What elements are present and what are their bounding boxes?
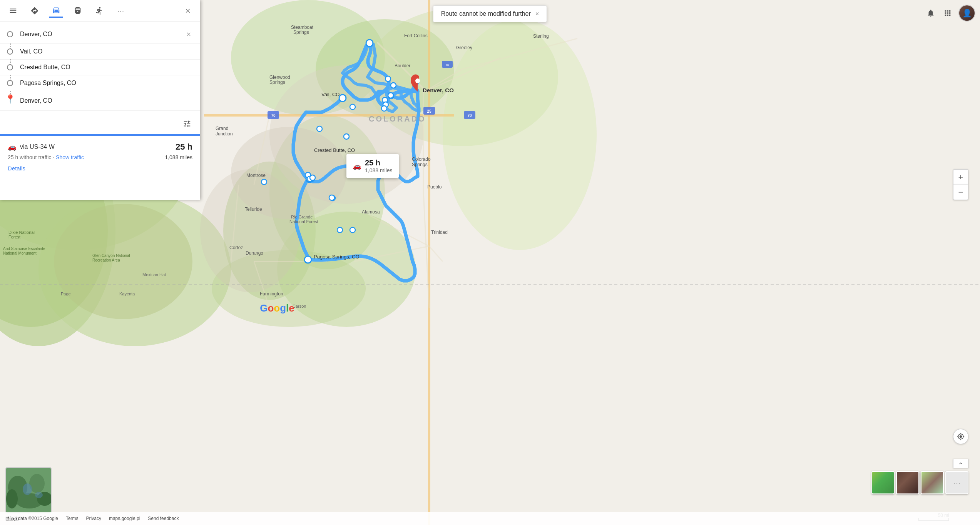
user-avatar[interactable]: 👤 bbox=[958, 5, 975, 22]
svg-point-63 bbox=[415, 78, 420, 83]
banner-text: Route cannot be modified further bbox=[441, 10, 531, 17]
waypoint-circle-3 bbox=[7, 64, 13, 70]
waypoint-circle-4 bbox=[7, 80, 13, 86]
avatar-image: 👤 bbox=[959, 5, 975, 21]
notifications-button[interactable] bbox=[924, 6, 938, 20]
svg-text:National Forest: National Forest bbox=[289, 219, 318, 224]
popup-time: 25 h bbox=[365, 158, 393, 167]
svg-text:Farmington: Farmington bbox=[260, 291, 283, 297]
waypoint-row-4 bbox=[0, 75, 200, 91]
waypoint-row-5: 📍 bbox=[0, 91, 200, 111]
waypoint-input-5[interactable] bbox=[20, 97, 194, 104]
svg-text:Mexican Hat: Mexican Hat bbox=[142, 272, 166, 277]
svg-point-44 bbox=[344, 134, 349, 139]
send-feedback-link[interactable]: Send feedback bbox=[148, 516, 179, 521]
svg-point-54 bbox=[350, 227, 355, 233]
expand-layers-button[interactable] bbox=[953, 459, 968, 468]
waypoint-row-1 bbox=[0, 25, 200, 44]
apps-button[interactable] bbox=[941, 6, 955, 20]
car-mode-button[interactable] bbox=[49, 4, 63, 18]
svg-point-42 bbox=[350, 104, 355, 110]
svg-text:Glenwood: Glenwood bbox=[269, 75, 290, 80]
zoom-out-button[interactable]: − bbox=[953, 185, 968, 200]
transport-mode-bar: ··· bbox=[0, 0, 200, 22]
svg-point-41 bbox=[339, 95, 346, 102]
more-layer-button[interactable]: ⋯ bbox=[945, 471, 968, 494]
svg-text:Steamboat: Steamboat bbox=[291, 25, 314, 30]
svg-text:National Monument: National Monument bbox=[3, 251, 37, 255]
waypoint-circle-1 bbox=[7, 31, 13, 37]
svg-point-16 bbox=[200, 169, 300, 292]
svg-text:Forest: Forest bbox=[8, 235, 20, 239]
svg-text:Trinidad: Trinidad bbox=[431, 230, 448, 235]
waypoint-dest-icon-5: 📍 bbox=[6, 95, 14, 107]
satellite-layer-button[interactable] bbox=[896, 471, 919, 494]
waypoint-input-3[interactable] bbox=[20, 64, 194, 71]
svg-text:Durango: Durango bbox=[246, 250, 263, 256]
menu-button[interactable] bbox=[6, 4, 20, 18]
privacy-link[interactable]: Privacy bbox=[86, 516, 101, 521]
svg-point-51 bbox=[310, 175, 315, 180]
svg-text:Page: Page bbox=[61, 292, 71, 296]
route-info-panel: 🚗 via US-34 W 25 h 25 h without traffic … bbox=[0, 136, 200, 178]
svg-text:Carson: Carson bbox=[293, 304, 306, 308]
route-options-button[interactable] bbox=[180, 117, 194, 131]
svg-point-49 bbox=[261, 179, 267, 185]
svg-point-111 bbox=[35, 492, 43, 498]
waypoint-icon-4 bbox=[6, 79, 14, 87]
svg-text:Glen Canyon National: Glen Canyon National bbox=[92, 253, 130, 258]
svg-text:Recreation Area: Recreation Area bbox=[92, 258, 120, 262]
without-traffic-text: 25 h without traffic bbox=[8, 154, 51, 160]
default-layer-button[interactable] bbox=[871, 471, 895, 494]
svg-text:Crested Butte, CO: Crested Butte, CO bbox=[314, 147, 355, 153]
svg-text:76: 76 bbox=[445, 63, 449, 67]
destination-pin-icon: 📍 bbox=[5, 95, 15, 103]
more-options-button[interactable]: ··· bbox=[114, 4, 128, 18]
svg-point-53 bbox=[337, 227, 343, 233]
directions-icon[interactable] bbox=[28, 4, 42, 18]
svg-text:25: 25 bbox=[427, 109, 431, 113]
transit-mode-button[interactable] bbox=[71, 4, 85, 18]
waypoint-circle-2 bbox=[7, 48, 13, 55]
route-via: 🚗 via US-34 W bbox=[8, 143, 55, 151]
banner-close-button[interactable]: × bbox=[535, 10, 539, 17]
svg-text:Springs: Springs bbox=[412, 162, 428, 167]
layer-controls: ⋯ bbox=[871, 471, 968, 494]
svg-text:Springs: Springs bbox=[293, 30, 309, 35]
route-popup: 🚗 25 h 1,088 miles bbox=[346, 154, 399, 178]
svg-point-57 bbox=[391, 83, 396, 88]
svg-text:Pueblo: Pueblo bbox=[427, 184, 442, 190]
my-location-button[interactable] bbox=[953, 429, 968, 444]
svg-text:Vail, CO: Vail, CO bbox=[321, 92, 339, 97]
svg-point-13 bbox=[54, 204, 192, 319]
waypoint-input-1[interactable] bbox=[20, 31, 177, 38]
route-main-line: 🚗 via US-34 W 25 h bbox=[8, 142, 192, 152]
details-link[interactable]: Details bbox=[8, 165, 192, 172]
close-sidebar-button[interactable] bbox=[182, 5, 194, 17]
notification-banner: Route cannot be modified further × bbox=[433, 5, 547, 22]
walk-mode-button[interactable] bbox=[92, 4, 106, 18]
route-distance: 1,088 miles bbox=[165, 154, 192, 160]
terrain-layer-button[interactable] bbox=[921, 471, 944, 494]
svg-text:Dixie National: Dixie National bbox=[8, 230, 35, 235]
earth-label: Earth bbox=[5, 515, 18, 521]
earth-thumbnail[interactable] bbox=[5, 467, 52, 513]
svg-text:Grand: Grand bbox=[216, 126, 228, 131]
svg-text:Rio Grande: Rio Grande bbox=[291, 215, 313, 219]
route-options-bar bbox=[0, 114, 200, 134]
waypoint-clear-button-1[interactable] bbox=[183, 29, 194, 40]
svg-text:Colorado: Colorado bbox=[412, 157, 431, 162]
route-time: 25 h bbox=[176, 142, 192, 152]
waypoint-input-2[interactable] bbox=[20, 48, 194, 55]
show-traffic-link[interactable]: Show traffic bbox=[56, 154, 84, 160]
maps-url-link[interactable]: maps.google.pl bbox=[109, 516, 140, 521]
svg-text:Kayenta: Kayenta bbox=[119, 292, 135, 296]
svg-text:Pagosa Springs, CO: Pagosa Springs, CO bbox=[314, 254, 360, 260]
waypoint-row-2 bbox=[0, 44, 200, 60]
waypoint-icon-1 bbox=[6, 30, 14, 38]
terms-link[interactable]: Terms bbox=[66, 516, 79, 521]
waypoints-list: 📍 bbox=[0, 22, 200, 114]
svg-text:Telluride: Telluride bbox=[245, 207, 262, 212]
waypoint-input-4[interactable] bbox=[20, 80, 194, 87]
zoom-in-button[interactable]: + bbox=[953, 169, 968, 185]
